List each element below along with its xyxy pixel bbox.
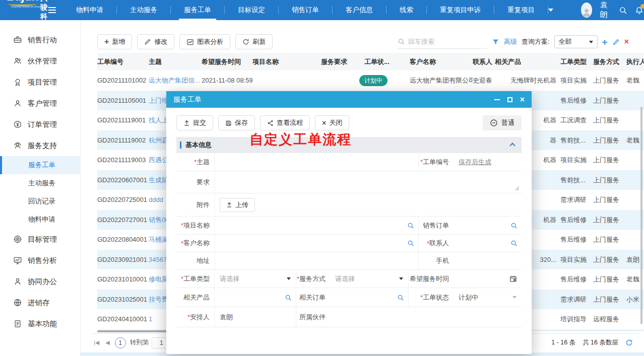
- prev-page-icon[interactable]: ◀: [105, 339, 109, 346]
- page-number-button[interactable]: 1: [115, 337, 126, 348]
- column-header[interactable]: 工单类型: [560, 53, 593, 70]
- save-button[interactable]: 保存: [218, 115, 255, 130]
- search-input[interactable]: [408, 38, 479, 45]
- resize-handle-icon[interactable]: [514, 186, 520, 191]
- column-header[interactable]: 项目名称: [252, 53, 321, 70]
- vertical-scrollbar[interactable]: [640, 107, 642, 324]
- submit-button[interactable]: 提交: [176, 115, 213, 130]
- lookup-search-icon[interactable]: [407, 222, 414, 229]
- top-nav-item[interactable]: 客户信息: [333, 0, 386, 20]
- collapse-chevron-up-icon[interactable]: [509, 143, 515, 148]
- sidebar-item[interactable]: 项目管理: [0, 72, 80, 93]
- edit-button[interactable]: 修改: [137, 34, 174, 49]
- chevron-down-icon[interactable]: [548, 9, 553, 12]
- first-page-icon[interactable]: |◀: [94, 339, 99, 346]
- lookup-search-icon[interactable]: [397, 294, 404, 301]
- refresh-icon: [242, 38, 249, 45]
- search-icon[interactable]: [619, 6, 627, 15]
- minimize-icon[interactable]: [494, 99, 500, 100]
- filter-funnel-icon[interactable]: [492, 38, 499, 46]
- column-header[interactable]: 客户名称: [410, 53, 473, 70]
- related-product-input[interactable]: [215, 294, 296, 301]
- sidebar-item[interactable]: 销售分析: [0, 250, 80, 271]
- add-plan-icon[interactable]: +: [602, 37, 608, 47]
- column-header[interactable]: 服务方式: [593, 53, 626, 70]
- service-method-select[interactable]: 请选择: [330, 270, 408, 288]
- sidebar-subitem[interactable]: 物料申请: [0, 210, 80, 229]
- add-button[interactable]: + 新增: [97, 34, 132, 49]
- top-nav-item[interactable]: 物料申请: [63, 0, 116, 20]
- column-header[interactable]: 主题: [149, 53, 202, 70]
- avatar[interactable]: [581, 3, 593, 18]
- maximize-icon[interactable]: [507, 97, 512, 102]
- order-status-select[interactable]: 计划中: [454, 288, 522, 307]
- mobile-input[interactable]: [454, 257, 522, 265]
- priority-button[interactable]: 普通: [483, 115, 522, 130]
- refresh-icon[interactable]: [625, 339, 633, 346]
- refresh-button[interactable]: 刷新: [235, 34, 273, 49]
- customer-input[interactable]: [215, 240, 418, 247]
- top-nav-item[interactable]: 销售订单: [279, 0, 332, 20]
- sidebar-subitem[interactable]: 主动服务: [0, 174, 80, 192]
- sidebar-item[interactable]: 服务支持: [0, 135, 80, 156]
- row-cell: 需求调研: [560, 290, 593, 310]
- column-header[interactable]: 相关产品: [495, 53, 560, 70]
- sidebar-item[interactable]: 销售行动: [0, 29, 80, 50]
- bell-icon[interactable]: [635, 6, 643, 15]
- top-nav-item[interactable]: 重复项目: [494, 0, 548, 20]
- top-nav-item[interactable]: 主动服务: [117, 0, 170, 20]
- flow-share-icon: [267, 120, 274, 126]
- close-icon[interactable]: ×: [520, 96, 525, 104]
- lookup-search-icon[interactable]: [510, 240, 518, 247]
- column-header[interactable]: 执行人: [626, 53, 644, 70]
- related-order-input[interactable]: [330, 294, 408, 301]
- column-header[interactable]: 工单状...: [359, 53, 410, 70]
- column-header[interactable]: 希望服务时间: [202, 53, 252, 70]
- upload-arrow-icon: [183, 120, 190, 126]
- column-header[interactable]: 服务要求: [321, 53, 359, 70]
- table-row[interactable]: GD20211101002远大物产集团信...2021-11-08 08:59计…: [97, 70, 644, 91]
- modal-titlebar[interactable]: 服务工单 ×: [166, 91, 532, 108]
- partner-input[interactable]: [330, 313, 522, 321]
- sidebar-item[interactable]: 目标管理: [0, 229, 80, 250]
- sidebar-subitem[interactable]: 服务工单: [0, 156, 80, 174]
- requirement-textarea[interactable]: [215, 178, 522, 186]
- edit-plan-icon[interactable]: [612, 38, 620, 46]
- sidebar-subitem[interactable]: 回访记录: [0, 192, 80, 210]
- top-nav-item[interactable]: 目标设定: [225, 0, 278, 20]
- lookup-search-icon[interactable]: [285, 294, 292, 301]
- query-plan-select[interactable]: 全部: [554, 35, 598, 48]
- upload-button[interactable]: 上传: [220, 198, 255, 212]
- search-area: 高级 查询方案: 全部 + ×: [398, 35, 629, 49]
- sidebar-item[interactable]: 客户管理: [0, 93, 80, 114]
- sidebar-item[interactable]: 订单管理: [0, 114, 80, 135]
- row-cell: [321, 70, 359, 91]
- view-flow-button[interactable]: 查看流程: [260, 115, 310, 130]
- lookup-search-icon[interactable]: [407, 240, 414, 247]
- sidebar-item[interactable]: 协同办公: [0, 271, 80, 292]
- menu-hamburger-icon[interactable]: [48, 6, 56, 15]
- column-header[interactable]: 工单编号: [97, 53, 149, 70]
- subject-input[interactable]: [215, 158, 418, 166]
- top-nav-item[interactable]: 服务工单: [171, 0, 224, 20]
- top-nav-item[interactable]: 重复项目申诉: [427, 0, 494, 20]
- order-type-select[interactable]: 请选择: [215, 270, 296, 288]
- row-subject-link[interactable]: 远大物产集团信...: [149, 70, 202, 91]
- address-input[interactable]: [215, 257, 418, 265]
- chart-analysis-button[interactable]: 图表分析: [179, 34, 230, 49]
- project-input[interactable]: [215, 222, 418, 229]
- delete-plan-icon[interactable]: ×: [624, 38, 629, 46]
- close-button[interactable]: × 关闭: [315, 115, 349, 130]
- top-nav-item[interactable]: 线索: [387, 0, 426, 20]
- lookup-search-icon[interactable]: [510, 222, 518, 229]
- order-no-label: *工单编号: [418, 153, 454, 171]
- column-header[interactable]: 联系人: [473, 53, 495, 70]
- username[interactable]: 袁朗: [600, 1, 611, 20]
- sidebar-item[interactable]: 伙伴管理: [0, 50, 80, 72]
- sidebar-item[interactable]: 基本功能: [0, 313, 80, 334]
- sidebar-item[interactable]: 进销存: [0, 292, 80, 313]
- sidebar-item-label: 目标管理: [28, 235, 57, 244]
- advanced-search-link[interactable]: 高级: [504, 37, 517, 46]
- search-box[interactable]: [398, 35, 487, 49]
- calendar-icon[interactable]: [509, 275, 517, 282]
